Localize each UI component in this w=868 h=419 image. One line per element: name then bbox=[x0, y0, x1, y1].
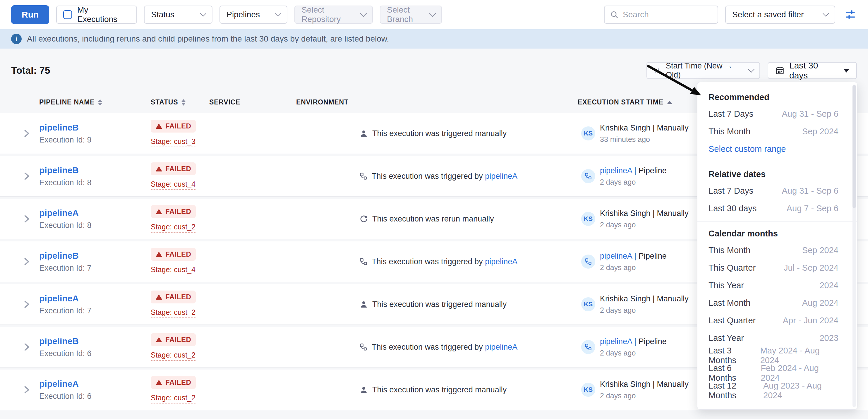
stage-link[interactable]: Stage: cust_2 bbox=[151, 393, 195, 404]
row-expand-chevron-icon[interactable] bbox=[21, 214, 32, 224]
header-pipeline-name[interactable]: PIPELINE NAME bbox=[39, 98, 151, 106]
time-ago: 2 days ago bbox=[600, 306, 689, 315]
sort-updown-icon bbox=[653, 66, 661, 75]
trigger-text: This execution was triggered manually bbox=[372, 300, 506, 309]
stage-link[interactable]: Stage: cust_2 bbox=[151, 351, 195, 361]
select-custom-range-link[interactable]: Select custom range bbox=[698, 140, 857, 158]
pipeline-name-link[interactable]: pipelineB bbox=[39, 251, 79, 260]
sliders-filter-icon bbox=[844, 8, 857, 21]
trigger-pipeline-link[interactable]: pipelineA bbox=[485, 257, 518, 266]
trigger-text: This execution was triggered manually bbox=[372, 129, 506, 138]
person-icon bbox=[360, 385, 368, 394]
status-label: FAILED bbox=[165, 165, 191, 173]
trigger-pipeline-link[interactable]: pipelineA bbox=[485, 172, 518, 181]
pipeline-avatar bbox=[581, 169, 595, 183]
execution-id: Execution Id: 9 bbox=[39, 135, 151, 144]
date-range-option[interactable]: Last 7 DaysAug 31 - Sep 6 bbox=[698, 105, 857, 123]
row-expand-chevron-icon[interactable] bbox=[21, 384, 32, 395]
warning-icon bbox=[155, 208, 162, 215]
stage-link[interactable]: Stage: cust_3 bbox=[151, 137, 195, 147]
date-range-option[interactable]: This QuarterJul - Sep 2024 bbox=[698, 259, 857, 277]
time-ago: 2 days ago bbox=[600, 349, 666, 357]
trigger-pipeline-link[interactable]: pipelineA bbox=[485, 343, 518, 351]
pipelines-filter-label: Pipelines bbox=[226, 10, 271, 19]
pipeline-name-link[interactable]: pipelineB bbox=[39, 165, 79, 175]
date-range-option[interactable]: Last 3 MonthsMay 2024 - Aug 2024 bbox=[698, 347, 857, 364]
sort-select[interactable]: Start Time (New → Old) bbox=[647, 62, 760, 79]
user-avatar: KS bbox=[581, 212, 595, 226]
stage-link[interactable]: Stage: cust_2 bbox=[151, 308, 195, 318]
date-range-option[interactable]: This MonthSep 2024 bbox=[698, 241, 857, 259]
saved-filter-label: Select a saved filter bbox=[732, 10, 818, 19]
stage-link[interactable]: Stage: cust_2 bbox=[151, 223, 195, 233]
date-range-option[interactable]: Last 30 daysAug 7 - Sep 6 bbox=[698, 199, 857, 217]
saved-filter-select[interactable]: Select a saved filter bbox=[725, 6, 835, 24]
my-executions-toggle[interactable]: My Executions bbox=[56, 6, 137, 24]
stage-link[interactable]: Stage: cust_4 bbox=[151, 180, 195, 190]
time-ago: 33 minutes ago bbox=[600, 135, 689, 144]
search-box[interactable] bbox=[604, 6, 718, 24]
menu-section-title: Relative dates bbox=[698, 166, 857, 182]
status-badge: FAILED bbox=[151, 120, 196, 133]
top-toolbar: Run My Executions Status Pipelines Selec… bbox=[0, 0, 868, 29]
my-executions-checkbox[interactable] bbox=[63, 10, 72, 19]
status-badge: FAILED bbox=[151, 162, 196, 175]
starter-pipeline-link[interactable]: pipelineA bbox=[600, 337, 632, 346]
menu-scrollbar-thumb[interactable] bbox=[852, 85, 856, 208]
sort-label: Start Time (New → Old) bbox=[666, 61, 744, 79]
chevron-down-icon bbox=[360, 10, 367, 17]
date-range-button[interactable]: Last 30 days bbox=[768, 62, 857, 79]
menu-divider bbox=[698, 162, 857, 162]
time-ago: 2 days ago bbox=[600, 391, 689, 400]
status-label: FAILED bbox=[165, 122, 191, 130]
date-range-option[interactable]: This Year2024 bbox=[698, 277, 857, 294]
row-expand-chevron-icon[interactable] bbox=[21, 128, 32, 139]
pipeline-name-link[interactable]: pipelineA bbox=[39, 379, 79, 389]
run-button[interactable]: Run bbox=[11, 5, 49, 24]
row-expand-chevron-icon[interactable] bbox=[21, 342, 32, 352]
starter-pipeline-link[interactable]: pipelineA bbox=[600, 252, 632, 260]
date-range-option[interactable]: Last Year2023 bbox=[698, 329, 857, 347]
search-input[interactable] bbox=[623, 10, 712, 19]
starter-line: Krishika Singh | Manually bbox=[600, 294, 689, 303]
date-range-option[interactable]: Last 7 DaysAug 31 - Sep 6 bbox=[698, 182, 857, 199]
pipeline-name-link[interactable]: pipelineB bbox=[39, 336, 79, 346]
calendar-icon bbox=[775, 66, 784, 75]
trigger-text: This execution was triggered by pipeline… bbox=[372, 172, 518, 181]
pipeline-name-link[interactable]: pipelineB bbox=[39, 123, 79, 132]
date-range-option[interactable]: Last MonthAug 2024 bbox=[698, 294, 857, 312]
chevron-down-icon bbox=[823, 10, 829, 17]
pipeline-avatar bbox=[581, 340, 595, 354]
warning-icon bbox=[155, 165, 162, 172]
header-service: SERVICE bbox=[209, 98, 296, 106]
execution-id: Execution Id: 7 bbox=[39, 264, 151, 273]
pipelines-filter-select[interactable]: Pipelines bbox=[219, 6, 287, 24]
date-range-label: Last 30 days bbox=[789, 61, 839, 80]
date-range-option[interactable]: Last QuarterApr - Jun 2024 bbox=[698, 312, 857, 329]
trigger-text: This execution was triggered manually bbox=[372, 385, 506, 394]
menu-divider bbox=[698, 221, 857, 222]
status-filter-select[interactable]: Status bbox=[144, 6, 213, 24]
select-repository-label: Select Repository bbox=[302, 5, 356, 24]
warning-icon bbox=[155, 379, 162, 386]
starter-pipeline-link[interactable]: pipelineA bbox=[600, 166, 632, 175]
filter-settings-button[interactable] bbox=[844, 8, 857, 21]
pipeline-name-link[interactable]: pipelineA bbox=[39, 208, 79, 218]
status-filter-label: Status bbox=[151, 10, 195, 19]
sort-arrows-icon bbox=[181, 99, 186, 106]
header-status[interactable]: STATUS bbox=[151, 98, 209, 106]
pipeline-name-link[interactable]: pipelineA bbox=[39, 293, 79, 303]
info-banner-text: All executions, including reruns and chi… bbox=[27, 34, 389, 43]
select-branch-select[interactable]: Select Branch bbox=[380, 6, 442, 24]
row-expand-chevron-icon[interactable] bbox=[21, 171, 32, 182]
status-label: FAILED bbox=[165, 207, 191, 216]
row-expand-chevron-icon[interactable] bbox=[21, 299, 32, 310]
date-range-option[interactable]: This MonthSep 2024 bbox=[698, 123, 857, 140]
stage-link[interactable]: Stage: cust_4 bbox=[151, 265, 195, 275]
date-range-option[interactable]: Last 12 MonthsAug 2023 - Aug 2024 bbox=[698, 382, 857, 399]
pipeline-icon bbox=[360, 257, 368, 266]
row-expand-chevron-icon[interactable] bbox=[21, 256, 32, 267]
select-repository-select[interactable]: Select Repository bbox=[294, 6, 373, 24]
trigger-text: This execution was triggered by pipeline… bbox=[372, 257, 518, 266]
date-range-option[interactable]: Last 6 MonthsFeb 2024 - Aug 2024 bbox=[698, 364, 857, 382]
